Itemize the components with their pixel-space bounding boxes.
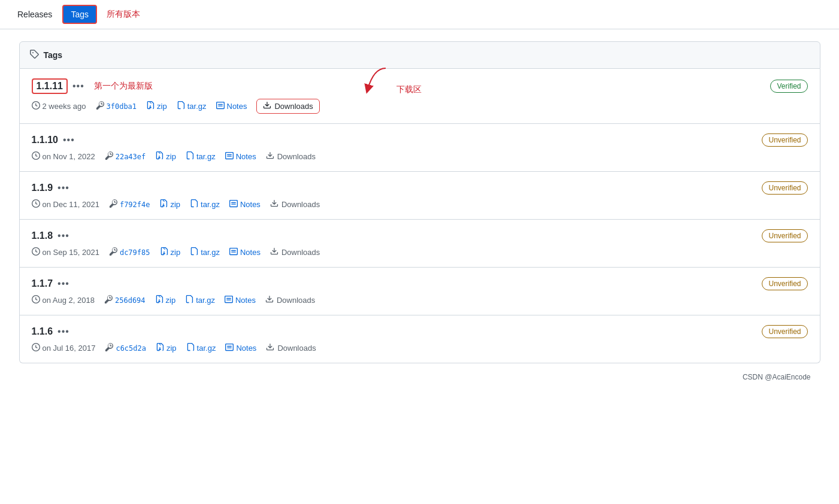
clock-icon [32,151,40,162]
footer-text: CSDN @AcaiEncode [743,373,811,381]
tag-list: 1.1.11•••第一个为最新版Verified 2 weeks ago 3f0… [19,69,820,363]
zip-icon [156,343,164,353]
tag-menu-dots[interactable]: ••• [63,135,75,145]
tag-version-name[interactable]: 1.1.7 [32,278,53,289]
tag-zip-link[interactable]: zip [156,343,177,353]
notes-icon [229,199,238,210]
tag-zip-text: zip [166,344,177,353]
tag-downloads-btn[interactable]: Downloads [256,99,319,114]
main-content: Tags 1.1.11•••第一个为最新版Verified 2 weeks ag… [10,41,830,391]
tag-hash[interactable]: 22a43ef [105,151,146,162]
tag-zip-link[interactable]: zip [160,247,181,257]
tag-version-name[interactable]: 1.1.10 [32,135,58,145]
tag-name-row: 1.1.8••• [32,230,69,241]
tag-menu-dots[interactable]: ••• [72,81,84,92]
tag-meta-row: on Sep 15, 2021 dc79f85 zip tar.gz Notes… [32,247,808,257]
tag-date: on Sep 15, 2021 [32,247,99,257]
tag-notes-link[interactable]: Notes [225,295,256,305]
tag-zip-link[interactable]: zip [155,151,176,162]
tag-name-row: 1.1.6••• [32,326,69,337]
tag-zip-link[interactable]: zip [146,101,167,111]
archive-icon [190,199,198,210]
tag-targz-link[interactable]: tar.gz [185,295,215,305]
key-icon [109,247,117,257]
tag-targz-link[interactable]: tar.gz [190,247,220,257]
tag-name-row: 1.1.11•••第一个为最新版 [32,78,153,94]
tag-hash[interactable]: c6c5d2a [105,343,146,353]
tag-notes-link[interactable]: Notes [225,151,256,162]
tag-item: 1.1.10•••Unverified on Nov 1, 2022 22a43… [20,124,820,172]
tag-menu-dots[interactable]: ••• [57,230,69,241]
tag-targz-link[interactable]: tar.gz [177,101,207,111]
tag-badge-unverified: Unverified [762,133,807,147]
tag-downloads-link[interactable]: Downloads [266,343,316,353]
tag-hash[interactable]: 256d694 [104,295,146,305]
tag-hash-value[interactable]: f792f4e [120,201,150,209]
download-icon [265,295,274,305]
tag-hash[interactable]: f792f4e [109,199,150,210]
tag-hash[interactable]: 3f0dba1 [96,101,137,111]
zip-icon [146,101,155,111]
arrow-annotation-container: 下载区 Downloads [256,99,319,114]
clock-icon [32,295,40,305]
tag-hash-value[interactable]: 22a43ef [116,153,146,161]
tag-version-name[interactable]: 1.1.6 [32,326,53,337]
clock-icon [32,199,40,210]
tag-hash-value[interactable]: dc79f85 [120,248,150,257]
tag-notes-link[interactable]: Notes [229,247,261,257]
tag-targz-link[interactable]: tar.gz [190,199,220,210]
tag-version-name[interactable]: 1.1.8 [32,230,53,241]
tag-meta-row: on Jul 16, 2017 c6c5d2a zip tar.gz Notes… [32,343,808,353]
key-icon [104,295,113,305]
tag-name-row: 1.1.9••• [32,183,69,193]
tag-hash[interactable]: dc79f85 [109,247,150,257]
footer: CSDN @AcaiEncode [19,363,820,391]
tag-hash-value[interactable]: 256d694 [115,296,146,305]
tag-item-top: 1.1.6•••Unverified [32,325,808,338]
archive-icon [186,151,194,162]
tag-targz-link[interactable]: tar.gz [186,151,216,162]
zip-icon [160,247,168,257]
tag-version-name[interactable]: 1.1.9 [32,183,53,193]
tag-icon [29,49,39,61]
tag-downloads-link[interactable]: Downloads [270,247,320,257]
notes-icon [216,101,225,111]
annotation-newest: 第一个为最新版 [94,81,153,92]
tag-item-top: 1.1.7•••Unverified [32,277,808,290]
tag-date-text: on Sep 15, 2021 [43,248,99,257]
tag-version-name[interactable]: 1.1.11 [32,78,68,94]
tag-downloads-link[interactable]: Downloads [266,151,316,162]
tag-item-top: 1.1.10•••Unverified [32,133,808,147]
tag-notes-text: Notes [240,248,261,257]
tag-menu-dots[interactable]: ••• [57,278,69,289]
tag-menu-dots[interactable]: ••• [57,183,69,193]
tag-date-text: on Aug 2, 2018 [43,296,95,305]
tag-menu-dots[interactable]: ••• [57,326,69,337]
tag-downloads-link[interactable]: Downloads [270,199,320,210]
tag-date-text: on Nov 1, 2022 [43,152,95,161]
download-icon [266,343,274,353]
tag-zip-link[interactable]: zip [159,199,180,210]
tag-hash-value[interactable]: c6c5d2a [116,344,146,353]
nav-tags[interactable]: Tags [62,5,97,24]
tag-date: on Jul 16, 2017 [32,343,96,353]
tag-hash-value[interactable]: 3f0dba1 [107,102,137,111]
tag-downloads-link[interactable]: Downloads [265,295,315,305]
nav-all-versions[interactable]: 所有版本 [99,5,147,23]
tag-notes-link[interactable]: Notes [216,101,247,111]
tag-badge-verified: Verified [770,80,807,93]
clock-icon [32,101,40,111]
tag-notes-link[interactable]: Notes [229,199,261,210]
tag-targz-text: tar.gz [187,102,207,111]
tag-zip-link[interactable]: zip [155,295,176,305]
nav-releases[interactable]: Releases [10,5,60,23]
download-area-text: 下载区 [396,84,422,95]
tag-targz-link[interactable]: tar.gz [186,343,216,353]
tag-item: 1.1.9•••Unverified on Dec 11, 2021 f792f… [20,172,820,220]
notes-icon [229,247,238,257]
tag-badge-unverified: Unverified [762,325,807,338]
tag-date: on Dec 11, 2021 [32,199,99,210]
archive-icon [177,101,185,111]
tag-notes-text: Notes [240,200,261,209]
tag-notes-link[interactable]: Notes [225,343,256,353]
